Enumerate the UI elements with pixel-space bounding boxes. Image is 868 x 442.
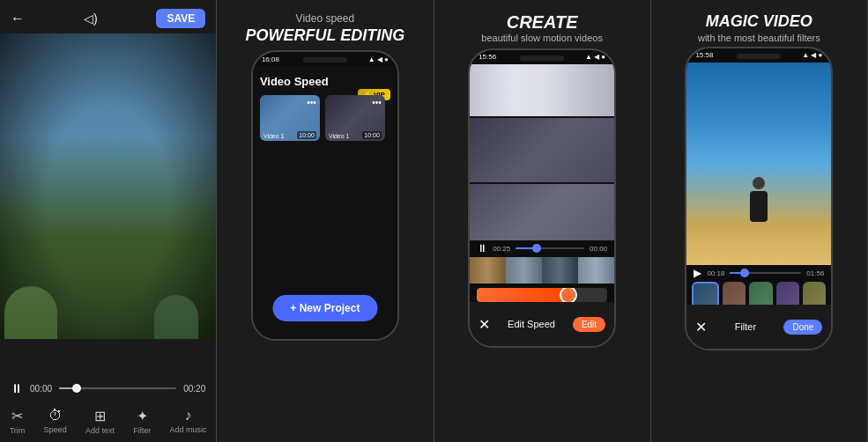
panel3-headline: CREATE beautiful slow motion videos — [472, 0, 612, 48]
sound-button[interactable]: ◁) — [84, 11, 98, 26]
edit-speed-label: Edit Speed — [508, 319, 555, 329]
progress-track-3[interactable] — [516, 247, 584, 249]
cyclist-head — [753, 177, 765, 189]
progress-track-4[interactable] — [730, 272, 801, 274]
film-segment-1 — [470, 257, 506, 284]
add-music-label: Add music — [170, 425, 207, 434]
edit-button-3[interactable]: Edit — [573, 317, 605, 332]
progress-thumb[interactable] — [72, 384, 81, 393]
thumb-duration-2: 10:00 — [362, 131, 382, 139]
thumb-options-icon-2[interactable]: ••• — [372, 98, 382, 107]
video-row-motion — [470, 64, 614, 116]
cyclist-body — [750, 191, 768, 222]
cockpit-scene — [0, 33, 216, 374]
status-time-2: 16:08 — [262, 55, 279, 63]
panel3-title: CREATE — [481, 12, 603, 33]
play-icon-4[interactable]: ▶ — [694, 267, 701, 279]
speed-thumb[interactable] — [560, 288, 577, 302]
thumbnail-1[interactable]: ••• Video 1 10:00 — [260, 95, 320, 141]
panel4-title: MAGIC VIDEO — [698, 12, 820, 31]
speed-label: Speed — [44, 425, 67, 434]
timeline: ⏸ 00:00 00:20 — [0, 374, 216, 402]
time-end-3: 00:00 — [590, 245, 607, 253]
panel2-headline: Video speed POWERFUL EDITING — [237, 0, 414, 50]
tool-filter[interactable]: ✦ Filter — [133, 408, 151, 435]
bottom-bar-3: ✕ Edit Speed Edit — [470, 302, 614, 346]
tool-add-music[interactable]: ♪ Add music — [170, 408, 207, 435]
progress-track[interactable] — [59, 387, 176, 389]
video-preview — [0, 33, 216, 374]
time-end-4: 01:56 — [806, 269, 824, 277]
time-start-3: 00:25 — [493, 245, 510, 253]
time-start: 00:00 — [30, 384, 52, 394]
phone-status-4: 15:58 ▲ ◀ ● — [686, 51, 831, 59]
pause-icon-3[interactable]: ⏸ — [477, 242, 487, 254]
panel-editor: ← ◁) SAVE ⏸ 00:00 00:20 ✂ Trim ⏱ — [0, 0, 217, 442]
back-button[interactable]: ← — [11, 11, 25, 26]
add-text-label: Add text — [85, 426, 115, 435]
playback-row-3: ⏸ 00:25 00:00 — [470, 242, 614, 254]
panel-powerful-editing: Video speed POWERFUL EDITING 16:08 ▲ ◀ ●… — [217, 0, 434, 442]
progress-thumb-4[interactable] — [740, 269, 749, 277]
phone-status-3: 15:56 ▲ ◀ ● — [470, 53, 614, 61]
filmstrip-3 — [470, 257, 614, 284]
speed-icon: ⏱ — [48, 408, 63, 424]
panel4-subtitle: with the most beautiful filters — [698, 33, 820, 43]
phone-mockup-3: 15:56 ▲ ◀ ● ⏸ 00:25 00:00 — [468, 48, 616, 348]
phone-status-2: 16:08 ▲ ◀ ● — [253, 55, 397, 63]
playback-row-4: ▶ 00:18 01:56 — [686, 267, 831, 279]
close-button-4[interactable]: ✕ — [695, 319, 707, 335]
video-area-3 — [470, 64, 614, 240]
video-row-road — [470, 184, 614, 240]
film-segment-2 — [506, 257, 542, 284]
tool-trim[interactable]: ✂ Trim — [10, 408, 26, 435]
panel3-subtitle: beautiful slow motion videos — [481, 33, 603, 43]
status-time-3: 15:56 — [479, 53, 496, 61]
time-end: 00:20 — [183, 384, 205, 394]
cockpit-panel — [0, 339, 216, 374]
status-icons-3: ▲ ◀ ● — [585, 53, 605, 61]
new-project-button[interactable]: + New Project — [272, 295, 377, 321]
video-speed-title: Video Speed — [260, 75, 390, 88]
panel4-headline: MAGIC VIDEO with the most beautiful filt… — [689, 0, 829, 47]
done-button-4[interactable]: Done — [783, 320, 822, 335]
status-time-4: 15:58 — [695, 51, 713, 59]
trim-label: Trim — [10, 426, 26, 435]
time-start-4: 00:18 — [707, 269, 724, 277]
panel-magic-video: MAGIC VIDEO with the most beautiful filt… — [651, 0, 868, 442]
filter-section-label: Filter — [735, 321, 756, 332]
save-button[interactable]: SAVE — [156, 9, 205, 28]
music-icon: ♪ — [185, 408, 192, 424]
video-main-4 — [686, 63, 831, 265]
editor-header: ← ◁) SAVE — [0, 0, 216, 33]
status-icons-2: ▲ ◀ ● — [368, 55, 389, 63]
add-text-icon: ⊞ — [94, 408, 106, 424]
thumbnail-2[interactable]: ••• Video 1 10:00 — [325, 95, 385, 141]
speed-bar[interactable] — [477, 288, 607, 302]
bottom-bar-4: ✕ Filter Done — [686, 305, 831, 349]
pause-icon[interactable]: ⏸ — [11, 381, 23, 395]
panel2-title: POWERFUL EDITING — [246, 26, 405, 45]
thumb-label-1: Video 1 — [263, 133, 285, 139]
trim-icon: ✂ — [11, 408, 23, 424]
toolbar: ✂ Trim ⏱ Speed ⊞ Add text ✦ Filter ♪ Add… — [0, 402, 216, 442]
tool-speed[interactable]: ⏱ Speed — [44, 408, 67, 435]
status-icons-4: ▲ ◀ ● — [802, 51, 822, 59]
motion-blur — [470, 64, 614, 116]
progress-thumb-3[interactable] — [532, 244, 541, 253]
film-segment-4 — [578, 257, 614, 284]
panel2-subtitle: Video speed — [246, 12, 405, 25]
tool-add-text[interactable]: ⊞ Add text — [85, 408, 115, 435]
close-button-3[interactable]: ✕ — [479, 316, 490, 333]
thumb-options-icon-1[interactable]: ••• — [307, 98, 316, 107]
filter-label: Filter — [133, 426, 151, 435]
speed-fill — [477, 288, 568, 302]
thumb-label-2: Video 1 — [329, 133, 350, 139]
film-segment-3 — [542, 257, 578, 284]
phone-mockup-2: 16:08 ▲ ◀ ● Video Speed ⚡ VIP ••• Video … — [251, 50, 399, 341]
panel-slow-motion: CREATE beautiful slow motion videos 15:5… — [434, 0, 651, 442]
phone-mockup-4: 15:58 ▲ ◀ ● ▶ 00:18 01:56 🚴 — [685, 47, 833, 350]
thumbnail-list: ••• Video 1 10:00 ••• Video 1 10:00 — [260, 95, 390, 141]
playhead-row: ⏸ 00:00 00:20 — [11, 381, 205, 395]
thumb-duration-1: 10:00 — [297, 131, 316, 139]
